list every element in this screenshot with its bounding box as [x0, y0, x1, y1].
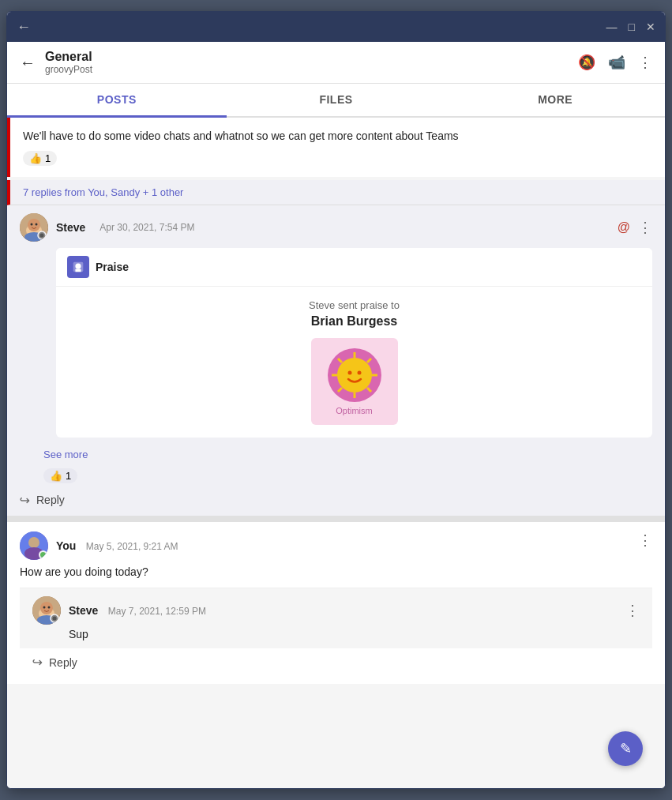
- notifications-button[interactable]: 🔕: [578, 54, 595, 71]
- thread-reaction-emoji: 👍: [50, 470, 62, 482]
- thread-msg-author: Steve: [56, 221, 85, 234]
- thread-reply-label: Reply: [36, 494, 65, 506]
- main-content: We'll have to do some video chats and wh…: [7, 118, 665, 788]
- steve2-avatar: [32, 596, 61, 625]
- praise-badge: Optimism: [311, 338, 398, 425]
- praise-card-body: Steve sent praise to Brian Burgess: [56, 287, 652, 438]
- top-message-text: We'll have to do some video chats and wh…: [23, 129, 652, 145]
- svg-point-21: [347, 370, 351, 374]
- post-time: May 5, 2021, 9:21 AM: [86, 541, 178, 552]
- praise-card-header: Praise: [56, 248, 652, 287]
- thread-msg-more-button[interactable]: ⋮: [638, 219, 652, 236]
- thread-msg-actions: @ ⋮: [618, 219, 652, 236]
- thread-message: Steve Apr 30, 2021, 7:54 PM @ ⋮: [7, 205, 665, 438]
- titlebar-back-button[interactable]: ←: [17, 19, 31, 36]
- post-more-button[interactable]: ⋮: [638, 531, 652, 549]
- channel-subtitle: groovyPost: [45, 64, 92, 75]
- online-badge: [39, 550, 47, 559]
- close-button[interactable]: ✕: [646, 21, 655, 32]
- svg-point-33: [53, 617, 57, 621]
- video-button[interactable]: 📹: [608, 54, 625, 71]
- svg-point-12: [337, 358, 372, 392]
- nested-reply-author-info: Steve May 7, 2021, 12:59 PM: [69, 603, 206, 618]
- praise-sent-to: Steve sent praise to: [69, 299, 640, 311]
- svg-point-4: [36, 223, 38, 225]
- nested-reply-author: Steve: [69, 604, 98, 617]
- post-message-text: How are you doing today?: [20, 565, 652, 580]
- reaction-emoji: 👍: [29, 152, 42, 164]
- nested-reply-time: May 7, 2021, 12:59 PM: [108, 606, 206, 617]
- tab-files[interactable]: FILES: [227, 84, 446, 116]
- header-title-block: General groovyPost: [45, 50, 92, 75]
- top-message: We'll have to do some video chats and wh…: [7, 118, 665, 177]
- svg-point-22: [357, 370, 361, 374]
- thread-section: Steve Apr 30, 2021, 7:54 PM @ ⋮: [7, 205, 665, 516]
- bottom-reply-label: Reply: [49, 656, 77, 669]
- nested-reply-more-button[interactable]: ⋮: [625, 602, 640, 619]
- you-avatar: [20, 531, 48, 560]
- nested-reply-text: Sup: [69, 628, 640, 640]
- tab-more[interactable]: MORE: [445, 84, 665, 116]
- header-back-button[interactable]: ←: [20, 54, 36, 72]
- svg-point-28: [40, 602, 53, 614]
- header-more-button[interactable]: ⋮: [638, 54, 652, 71]
- praise-badge-container: Optimism: [69, 338, 640, 425]
- compose-fab-button[interactable]: ✎: [608, 731, 643, 766]
- header-left: ← General groovyPost: [20, 50, 92, 75]
- thread-msg-header-left: Steve Apr 30, 2021, 7:54 PM: [20, 213, 194, 242]
- svg-point-9: [75, 263, 81, 269]
- tab-posts[interactable]: POSTS: [7, 84, 227, 118]
- header-actions: 🔕 📹 ⋮: [578, 54, 652, 71]
- at-mention-button[interactable]: @: [618, 220, 630, 235]
- steve-avatar: [20, 213, 48, 242]
- nested-reply-header: Steve May 7, 2021, 12:59 PM ⋮: [32, 596, 640, 625]
- praise-card: Praise Steve sent praise to Brian Burges…: [56, 248, 652, 438]
- praise-icon: [67, 256, 89, 278]
- titlebar-left: ←: [17, 19, 31, 36]
- reply-icon: ↩: [20, 493, 30, 508]
- svg-point-7: [40, 233, 44, 237]
- svg-point-3: [31, 223, 33, 225]
- channel-title: General: [45, 50, 92, 64]
- praise-card-title: Praise: [96, 261, 129, 273]
- svg-rect-10: [75, 269, 81, 272]
- app-header: ← General groovyPost 🔕 📹 ⋮: [7, 42, 665, 84]
- section-divider: [7, 516, 665, 522]
- reaction-count: 1: [45, 152, 51, 164]
- thread-reaction-count: 1: [66, 470, 71, 482]
- tabs-bar: POSTS FILES MORE: [7, 84, 665, 118]
- titlebar: ← — □ ✕: [7, 12, 665, 42]
- post-author: You: [56, 539, 76, 552]
- thread-reaction[interactable]: 👍 1: [43, 468, 77, 483]
- nested-reply-left: Steve May 7, 2021, 12:59 PM: [32, 596, 206, 625]
- bottom-reply-bar[interactable]: ↩ Reply: [20, 648, 652, 674]
- maximize-button[interactable]: □: [629, 21, 635, 32]
- see-more-button[interactable]: See more: [7, 444, 88, 465]
- post-section: You May 5, 2021, 9:21 AM ⋮ How are you d…: [7, 522, 665, 685]
- post-msg-header-left: You May 5, 2021, 9:21 AM: [20, 531, 178, 560]
- praise-badge-label: Optimism: [336, 406, 372, 415]
- minimize-button[interactable]: —: [606, 21, 618, 32]
- bottom-reply-icon: ↩: [32, 655, 43, 670]
- replies-bar[interactable]: 7 replies from You, Sandy + 1 other: [7, 180, 665, 205]
- titlebar-controls: — □ ✕: [606, 21, 655, 32]
- top-message-reaction[interactable]: 👍 1: [23, 151, 57, 166]
- svg-point-24: [28, 537, 39, 548]
- svg-point-30: [48, 607, 51, 609]
- content-wrapper: We'll have to do some video chats and wh…: [7, 118, 665, 788]
- post-msg-header: You May 5, 2021, 9:21 AM ⋮: [20, 531, 652, 560]
- praise-recipient: Brian Burgess: [69, 314, 640, 329]
- thread-reply-bar[interactable]: ↩ Reply: [7, 486, 665, 516]
- thread-reaction-row: 👍 1: [7, 465, 665, 486]
- thread-msg-header: Steve Apr 30, 2021, 7:54 PM @ ⋮: [20, 213, 652, 242]
- thread-msg-time: Apr 30, 2021, 7:54 PM: [99, 222, 194, 233]
- svg-point-2: [28, 219, 40, 231]
- optimism-sun-icon: [327, 347, 382, 403]
- post-author-info: You May 5, 2021, 9:21 AM: [56, 539, 178, 553]
- nested-reply: Steve May 7, 2021, 12:59 PM ⋮ Sup: [20, 588, 652, 648]
- svg-point-29: [43, 607, 46, 609]
